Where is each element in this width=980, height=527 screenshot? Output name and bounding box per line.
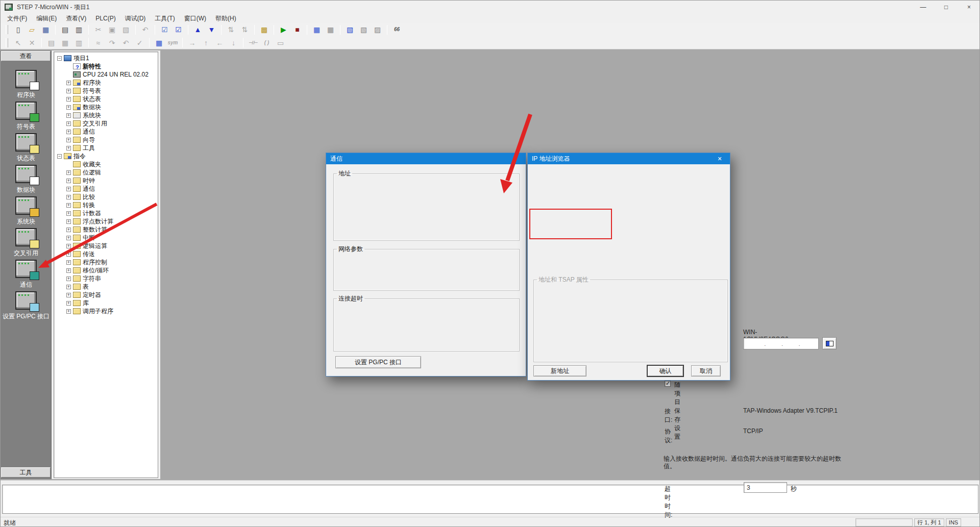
menu-item-3[interactable]: PLC(P) (91, 14, 120, 22)
sidebar-item-cross-reference[interactable]: 交叉引用 (1, 228, 52, 257)
tree-item[interactable]: +转换 (54, 201, 158, 209)
tree-item[interactable]: +交叉引用 (54, 119, 158, 128)
tree-item[interactable]: +调用子程序 (54, 307, 158, 315)
expand-toggle[interactable]: + (66, 293, 71, 297)
print-button[interactable]: ▤ (59, 24, 71, 36)
chart-status-pause-button[interactable]: ▧ (357, 24, 370, 36)
tree-item[interactable]: +通信 (54, 185, 158, 193)
expand-toggle[interactable]: + (66, 97, 71, 102)
remote-ip-input[interactable]: . . . (743, 338, 819, 349)
timeout-input[interactable]: 3 (744, 482, 787, 493)
expand-toggle[interactable]: + (66, 146, 71, 150)
tree-item[interactable]: +比较 (54, 193, 158, 201)
expand-toggle[interactable]: − (57, 56, 62, 61)
sidebar-item-program-block[interactable]: 程序块 (1, 70, 52, 98)
expand-toggle[interactable]: + (66, 203, 71, 208)
stop-button[interactable]: ■ (291, 24, 304, 36)
expand-toggle[interactable]: + (66, 81, 71, 85)
menu-item-0[interactable]: 文件(F) (3, 14, 32, 23)
print-preview-button[interactable]: ▥ (72, 24, 85, 36)
view-bar-header[interactable]: 查看 (1, 51, 51, 61)
set-pgpc-interface-button[interactable]: 设置 PG/PC 接口 (335, 356, 421, 368)
tree-item[interactable]: +移位/循环 (54, 266, 158, 274)
expand-toggle[interactable]: + (66, 268, 71, 273)
expand-toggle[interactable]: + (66, 228, 71, 232)
menu-item-2[interactable]: 查看(V) (61, 14, 91, 23)
open-folder-button[interactable]: ▱ (26, 24, 38, 36)
tree-item[interactable]: −指令 (54, 152, 158, 160)
tree-item[interactable]: CPU 224 UN REL 02.02 (54, 70, 158, 79)
save-button[interactable]: ▦ (39, 24, 52, 36)
expand-toggle[interactable]: − (57, 154, 62, 159)
tree-item[interactable]: +向导 (54, 136, 158, 144)
menu-item-7[interactable]: 帮助(H) (211, 14, 241, 23)
ip-dialog-close-button[interactable]: × (709, 153, 730, 164)
expand-toggle[interactable]: + (66, 195, 71, 199)
tree-item[interactable]: +计数器 (54, 209, 158, 217)
program-status-button[interactable]: ▦ (310, 24, 323, 36)
expand-toggle[interactable]: + (66, 89, 71, 93)
expand-toggle[interactable]: + (66, 219, 71, 224)
expand-toggle[interactable]: + (66, 179, 71, 183)
menu-item-4[interactable]: 调试(D) (120, 14, 151, 23)
ip-dialog-titlebar[interactable]: IP 地址浏览器 (528, 153, 730, 164)
expand-toggle[interactable]: + (66, 105, 71, 110)
tree-item[interactable]: +通信 (54, 128, 158, 136)
sidebar-item-status-chart[interactable]: 状态表 (1, 133, 52, 162)
tree-item[interactable]: +状态表 (54, 95, 158, 103)
tree-item[interactable]: +程序块 (54, 79, 158, 87)
sidebar-item-system-block[interactable]: 系统块 (1, 196, 52, 225)
expand-toggle[interactable]: + (66, 121, 71, 126)
expand-toggle[interactable]: + (66, 236, 71, 240)
expand-toggle[interactable]: + (66, 211, 71, 216)
tree-item[interactable]: +符号表 (54, 87, 158, 95)
bookmark-glasses-button[interactable]: 66 (390, 24, 403, 36)
program-status-pause-button[interactable]: ▦ (324, 24, 337, 36)
tree-item[interactable]: +定时器 (54, 291, 158, 299)
minimize-button[interactable]: — (912, 1, 935, 14)
expand-toggle[interactable]: + (66, 252, 71, 257)
tree-item[interactable]: +系统块 (54, 111, 158, 119)
expand-toggle[interactable]: + (66, 187, 71, 191)
tree-item[interactable]: +整数计算 (54, 225, 158, 234)
maximize-button[interactable]: □ (935, 1, 958, 14)
expand-toggle[interactable]: + (66, 113, 71, 118)
tree-item[interactable]: +中断 (54, 234, 158, 242)
close-button[interactable]: × (958, 1, 980, 14)
tree-item[interactable]: +时钟 (54, 177, 158, 185)
cancel-button[interactable]: 取消 (691, 365, 721, 377)
expand-toggle[interactable]: + (66, 285, 71, 289)
output-window[interactable] (2, 485, 978, 514)
tree-item[interactable]: +库 (54, 299, 158, 307)
expand-toggle[interactable]: + (66, 260, 71, 265)
expand-toggle[interactable]: + (66, 170, 71, 175)
sidebar-item-set-pgpc-interface[interactable]: 设置 PG/PC 接口 (1, 291, 52, 320)
tree-item[interactable]: −项目1 (54, 54, 158, 62)
expand-toggle[interactable]: + (66, 309, 71, 314)
tree-item[interactable]: +程序控制 (54, 258, 158, 266)
browse-ip-button[interactable] (822, 337, 837, 349)
tree-item[interactable]: +逻辑运算 (54, 242, 158, 250)
confirm-button[interactable]: 确认 (647, 365, 684, 377)
options-button[interactable]: ▩ (258, 24, 271, 36)
tools-bar-header[interactable]: 工具 (1, 467, 51, 478)
upload-button[interactable]: ▲ (191, 24, 204, 36)
new-file-button[interactable]: ▯ (12, 24, 24, 36)
sidebar-item-symbol-table[interactable]: 符号表 (1, 102, 52, 130)
compile-button[interactable]: ☑ (158, 24, 171, 36)
menu-item-6[interactable]: 窗口(W) (180, 14, 211, 23)
tree-item[interactable]: +传送 (54, 250, 158, 258)
communications-dialog-titlebar[interactable]: 通信 (326, 153, 526, 164)
tree-item[interactable]: +数据块 (54, 103, 158, 111)
menu-item-1[interactable]: 编辑(E) (32, 14, 61, 23)
symbol-table-toggle-button[interactable]: ▦ (153, 37, 165, 48)
tree-item[interactable]: +工具 (54, 144, 158, 152)
new-address-button[interactable]: 新地址 (533, 365, 586, 377)
tree-item[interactable]: +字符串 (54, 274, 158, 283)
run-button[interactable]: ▶ (277, 24, 290, 36)
sidebar-item-communications[interactable]: 通信 (1, 260, 52, 288)
tree-item[interactable]: 新特性 (54, 62, 158, 70)
chart-single-read-button[interactable]: ▨ (371, 24, 384, 36)
tree-item[interactable]: +浮点数计算 (54, 217, 158, 225)
chart-status-button[interactable]: ▧ (344, 24, 356, 36)
